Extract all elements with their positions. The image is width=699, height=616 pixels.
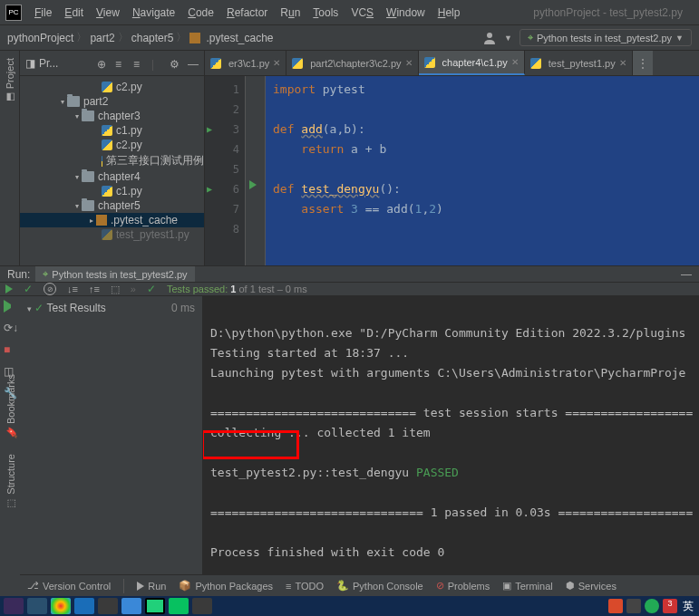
menu-vcs[interactable]: VCS	[345, 5, 379, 21]
stop-icon[interactable]: ■	[4, 343, 16, 356]
close-icon[interactable]: ✕	[273, 58, 280, 68]
run-config-selector[interactable]: ⌖ Python tests in test_pytest2.py ▼	[519, 29, 692, 46]
windows-taskbar: 3 英	[0, 596, 699, 616]
marker-gutter[interactable]	[246, 76, 266, 265]
app2-icon[interactable]	[192, 598, 212, 614]
menu-view[interactable]: View	[91, 5, 125, 21]
bottom-terminal[interactable]: ▣ Terminal	[502, 580, 553, 592]
tree-c2[interactable]: c2.py	[20, 80, 204, 94]
more-tabs-icon[interactable]: ⋮	[633, 51, 653, 75]
project-tree[interactable]: c2.py ▾part2 ▾chapter3 c1.py c2.py 第三章接口…	[20, 76, 204, 265]
python-file-icon	[210, 58, 221, 69]
edge-icon[interactable]	[74, 598, 94, 614]
wechat-icon[interactable]	[169, 598, 189, 614]
pycharm-icon[interactable]	[145, 598, 165, 614]
menu-code[interactable]: Code	[182, 5, 219, 21]
user-icon[interactable]	[482, 31, 497, 45]
pycharm-logo-icon: PC	[5, 5, 22, 21]
menu-edit[interactable]: Edit	[59, 5, 89, 21]
cache-folder-icon	[189, 33, 200, 43]
select-opened-icon[interactable]: ⊕	[97, 58, 108, 69]
crumb-project[interactable]: pythonProject	[7, 32, 73, 44]
tree-cache[interactable]: ▸.pytest_cache	[20, 213, 204, 227]
gear-icon[interactable]: ⚙	[170, 58, 180, 69]
tree-chapter5[interactable]: ▾chapter5	[20, 198, 204, 213]
crumb-chapter5[interactable]: chapter5	[131, 32, 174, 44]
tab-test-pytest1[interactable]: test_pytest1.py✕	[525, 51, 633, 75]
app-icon[interactable]	[98, 598, 118, 614]
python-file-icon	[102, 82, 112, 92]
tree-part2[interactable]: ▾part2	[20, 94, 204, 109]
tree-c2b[interactable]: c2.py	[20, 138, 204, 152]
tray-icon[interactable]	[608, 599, 623, 613]
python-file-icon	[102, 156, 102, 167]
ime-icon[interactable]: 英	[681, 599, 695, 613]
bottom-todo[interactable]: ≡ TODO	[286, 581, 324, 592]
python-file-icon	[102, 229, 112, 240]
sort-icon2[interactable]: ↑≡	[89, 284, 100, 294]
test-results-root[interactable]: ▾ ✓ Test Results 0 ms	[24, 300, 199, 316]
test-tree[interactable]: ▾ ✓ Test Results 0 ms	[20, 296, 203, 616]
menu-tools[interactable]: Tools	[307, 5, 344, 21]
close-icon[interactable]: ✕	[511, 57, 519, 67]
line-gutter[interactable]: 12 ▶3 45 ▶6 78	[205, 76, 246, 265]
menu-help[interactable]: Help	[432, 5, 466, 21]
bottom-pc[interactable]: 🐍 Python Console	[336, 580, 423, 592]
divider: |	[151, 58, 162, 69]
tray-icon2[interactable]	[626, 599, 641, 613]
expand-all-icon[interactable]: ≡	[115, 58, 126, 69]
bottom-problems[interactable]: ⊘ Problems	[436, 580, 490, 592]
folder-icon	[82, 171, 94, 182]
menu-navigate[interactable]: Navigate	[127, 5, 180, 21]
tab-c1[interactable]: er3\c1.py✕	[205, 51, 286, 75]
bottom-vc[interactable]: ⎇ Version Control	[27, 580, 111, 592]
rerun-icon[interactable]	[5, 284, 13, 294]
tree-tp1[interactable]: test_pytest1.py	[20, 227, 204, 242]
python-file-icon	[102, 140, 112, 150]
crumb-cache[interactable]: .pytest_cache	[206, 32, 273, 44]
video-icon[interactable]	[121, 598, 141, 614]
debug-icon[interactable]: ⟳↓	[4, 322, 16, 334]
cache-folder-icon	[96, 215, 107, 226]
bottom-pp[interactable]: 📦 Python Packages	[179, 580, 273, 592]
tool-project[interactable]: ◨ Project	[4, 58, 15, 103]
tool-structure[interactable]: ⬚ Structure	[5, 454, 16, 510]
collapse-all-icon[interactable]: ≡	[133, 58, 144, 69]
svg-point-0	[487, 33, 492, 38]
hide-panel-icon[interactable]: —	[681, 268, 692, 281]
console-output[interactable]: D:\python\python.exe "D:/PyCharm Communi…	[203, 296, 699, 616]
close-icon[interactable]: ✕	[405, 58, 413, 68]
explorer-icon[interactable]	[27, 598, 47, 614]
tree-chapter4[interactable]: ▾chapter4	[20, 169, 204, 184]
tree-chapter3[interactable]: ▾chapter3	[20, 109, 204, 123]
expand-icon[interactable]: ⬚	[111, 284, 120, 295]
close-icon[interactable]: ✕	[619, 58, 626, 68]
tree-c1[interactable]: c1.py	[20, 123, 204, 138]
tab-chapter4-c1[interactable]: chapter4\c1.py✕	[419, 51, 525, 75]
tray-count[interactable]: 3	[663, 599, 677, 613]
sort-icon[interactable]: ↓≡	[67, 284, 78, 294]
chrome-icon[interactable]	[51, 598, 71, 614]
menu-file[interactable]: File	[29, 5, 57, 21]
run-label: Run:	[7, 268, 30, 281]
tree-c1b[interactable]: c1.py	[20, 184, 204, 198]
main-menu: File Edit View Navigate Code Refactor Ru…	[29, 5, 465, 21]
show-failed-icon[interactable]: ⊘	[44, 283, 56, 295]
menu-window[interactable]: Window	[381, 5, 431, 21]
show-passed-icon[interactable]: ✓	[24, 283, 33, 295]
bottom-run[interactable]: Run	[137, 581, 166, 592]
hide-icon[interactable]: —	[188, 58, 199, 69]
bottom-services[interactable]: ⬢ Services	[566, 580, 616, 592]
crumb-part2[interactable]: part2	[90, 32, 114, 44]
run-tab[interactable]: ⌖Python tests in test_pytest2.py	[35, 266, 194, 282]
firefox-icon[interactable]	[4, 598, 24, 614]
menu-refactor[interactable]: Refactor	[221, 5, 273, 21]
panel-title[interactable]: ◨ Pr...	[25, 57, 58, 70]
tree-zh[interactable]: 第三章接口测试用例	[20, 152, 204, 169]
run-icon[interactable]	[4, 300, 16, 313]
tab-c2[interactable]: part2\chapter3\c2.py✕	[286, 51, 418, 75]
code-editor[interactable]: import pytest def add(a,b): return a + b…	[266, 76, 699, 265]
menu-run[interactable]: Run	[275, 5, 306, 21]
tray-icon3[interactable]	[645, 599, 659, 613]
tool-bookmarks[interactable]: 🔖 Bookmarks	[5, 374, 16, 439]
